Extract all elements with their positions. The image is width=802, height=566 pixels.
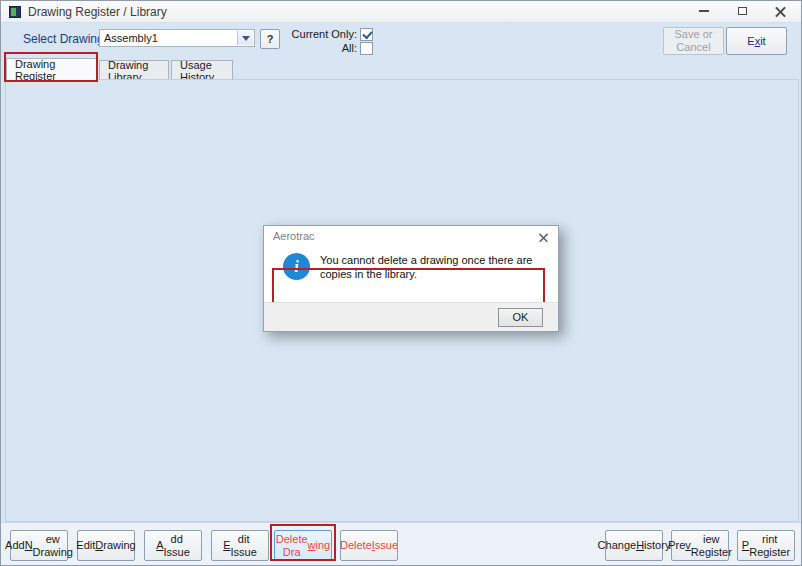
delete-issue-button[interactable]: Delete Issue	[340, 530, 398, 561]
tab-usage-history[interactable]: Usage History	[171, 60, 233, 80]
minimize-icon	[699, 10, 709, 12]
ok-button[interactable]: OK	[498, 308, 543, 327]
select-drawing-combobox[interactable]: Assembly1	[99, 29, 255, 47]
save-or-cancel-button[interactable]: Save or Cancel	[663, 27, 724, 55]
maximize-icon	[738, 7, 747, 15]
edit-drawing-button[interactable]: Edit Drawing	[77, 530, 135, 561]
close-icon	[538, 232, 547, 241]
print-register-button[interactable]: Print Register	[737, 530, 795, 561]
help-button[interactable]: ?	[260, 29, 280, 49]
app-window: Drawing Register / Library Select Drawin…	[0, 0, 802, 566]
footer-button-bar: Add New Drawing Edit Drawing Add Issue E…	[1, 522, 801, 566]
preview-register-button[interactable]: Preview Register	[671, 530, 729, 561]
edit-issue-button[interactable]: Edit Issue	[211, 530, 269, 561]
exit-button[interactable]: Exit	[726, 27, 787, 55]
close-icon	[775, 6, 786, 17]
select-drawing-value: Assembly1	[104, 32, 158, 44]
all-label: All:	[289, 42, 357, 54]
change-history-button[interactable]: Change History	[605, 530, 663, 561]
app-icon	[9, 6, 21, 18]
current-only-checkbox[interactable]	[360, 28, 373, 41]
add-issue-button[interactable]: Add Issue	[144, 530, 202, 561]
maximize-button[interactable]	[731, 3, 753, 19]
dropdown-arrow-icon[interactable]	[237, 31, 253, 45]
add-new-drawing-button[interactable]: Add New Drawing	[10, 530, 68, 561]
delete-drawing-button[interactable]: Delete Drawing	[274, 530, 332, 561]
tab-drawing-library[interactable]: Drawing Library	[99, 60, 169, 80]
dialog-close-button[interactable]	[532, 230, 554, 244]
select-drawing-label: Select Drawing:	[23, 32, 107, 46]
aerotrac-warning-dialog: Aerotrac i You cannot delete a drawing o…	[263, 225, 559, 332]
close-button[interactable]	[769, 3, 791, 19]
current-only-label: Current Only:	[289, 28, 357, 40]
tab-drawing-register[interactable]: Drawing Register	[6, 58, 97, 80]
all-checkbox[interactable]	[360, 42, 373, 55]
window-title: Drawing Register / Library	[28, 5, 167, 19]
minimize-button[interactable]	[693, 3, 715, 19]
dialog-title: Aerotrac	[264, 226, 558, 246]
title-bar: Drawing Register / Library	[1, 1, 801, 23]
